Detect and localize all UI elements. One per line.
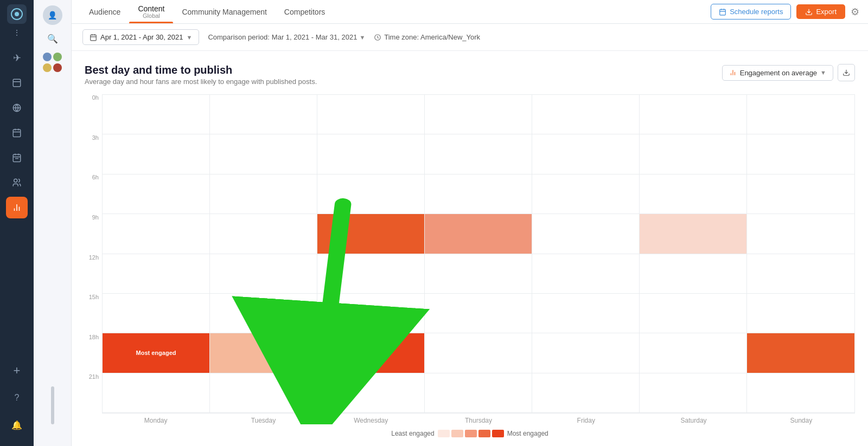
cell [640, 294, 746, 333]
comparison-period: Comparison period: Mar 1, 2021 - Mar 31,… [208, 33, 365, 41]
y-label-15h: 15h [85, 294, 102, 300]
sidebar-item-people[interactable] [6, 172, 28, 193]
nav-actions: Schedule reports Export ⚙ [711, 4, 859, 20]
y-axis-labels: 0h 3h 6h 9h 12h 15h 18h 21h [85, 94, 102, 424]
tab-content[interactable]: Content Global [129, 0, 173, 23]
y-label-0h: 0h [85, 94, 102, 101]
top-nav: Audience Content Global Community Manage… [72, 0, 868, 24]
cell [640, 254, 746, 294]
date-range-picker[interactable]: Apr 1, 2021 - Apr 30, 2021 ▼ [82, 29, 199, 45]
avatar[interactable]: 👤 [43, 5, 62, 25]
cell [317, 95, 424, 134]
sidebar-item-globe[interactable] [6, 97, 28, 119]
avatar-sm-3[interactable] [43, 63, 52, 72]
comparison-chevron-icon: ▼ [359, 34, 365, 41]
cell [103, 214, 209, 254]
col-saturday [640, 95, 747, 413]
avatar-sm-2[interactable] [53, 53, 62, 61]
cell [425, 294, 532, 333]
x-label-tuesday: Tuesday [209, 417, 317, 424]
cell-saturday-10 [640, 214, 746, 254]
tab-competitors[interactable]: Competitors [276, 0, 334, 23]
cell [210, 174, 317, 214]
sidebar: ⋮ ✈ + ? 🔔 [0, 0, 34, 446]
x-label-sunday: Sunday [748, 417, 855, 424]
cell [210, 254, 317, 294]
swatch-5 [492, 430, 504, 437]
cell [640, 174, 746, 214]
x-label-wednesday: Wednesday [317, 417, 425, 424]
metric-dropdown[interactable]: Engagement on average ▼ [722, 65, 833, 81]
svg-rect-2 [13, 130, 21, 137]
export-icon [805, 8, 813, 16]
most-engaged-label: Most engaged [136, 350, 176, 356]
cell [210, 294, 317, 333]
y-label-9h: 9h [85, 214, 102, 221]
schedule-reports-button[interactable]: Schedule reports [711, 4, 791, 20]
cell [747, 294, 854, 333]
cell-sunday-19 [747, 333, 854, 373]
x-label-monday: Monday [102, 417, 209, 424]
y-label-21h: 21h [85, 373, 102, 380]
swatch-2 [451, 430, 463, 437]
settings-icon[interactable]: ⚙ [851, 6, 859, 18]
cell [103, 174, 209, 214]
download-chart-button[interactable] [838, 64, 855, 81]
cell-monday-19: Most engaged [103, 333, 209, 373]
sidebar-item-navigation[interactable]: ✈ [6, 47, 28, 69]
cell [210, 373, 317, 413]
sidebar-item-notifications[interactable]: 🔔 [6, 414, 28, 436]
chart-subtitle: Average day and hour fans are most likel… [85, 77, 317, 86]
col-wednesday [317, 95, 425, 413]
cell [425, 134, 532, 174]
heatmap-grid: 0h 3h 6h 9h 12h 15h 18h 21h [85, 94, 855, 424]
sidebar-item-calendar2[interactable] [6, 147, 28, 169]
svg-point-4 [14, 179, 17, 182]
timezone-display: Time zone: America/New_York [374, 33, 480, 41]
cell [532, 254, 639, 294]
cell [747, 214, 854, 254]
cell [425, 254, 532, 294]
cell-wednesday-10 [317, 214, 424, 254]
tab-community-management[interactable]: Community Management [173, 0, 275, 23]
svg-rect-5 [720, 9, 726, 15]
cell-thursday-10 [425, 214, 532, 254]
main-content: Audience Content Global Community Manage… [72, 0, 868, 446]
cell [103, 254, 209, 294]
app-logo[interactable] [7, 4, 27, 24]
cell [317, 294, 424, 333]
cell [210, 134, 317, 174]
sidebar-item-help[interactable]: ? [6, 387, 28, 409]
heatmap-container: 0h 3h 6h 9h 12h 15h 18h 21h [85, 94, 855, 446]
y-label-6h: 6h [85, 174, 102, 180]
sidebar-item-add[interactable]: + [6, 360, 28, 382]
sidebar-item-analytics[interactable] [6, 197, 28, 218]
avatar-sm-1[interactable] [43, 53, 52, 61]
cell [532, 333, 639, 373]
x-label-saturday: Saturday [640, 417, 747, 424]
export-button[interactable]: Export [796, 4, 845, 19]
cell [210, 214, 317, 254]
legend-least-label: Least engaged [391, 430, 434, 437]
cell [425, 95, 532, 134]
heatmap-legend: Least engaged Most engaged [85, 424, 855, 446]
avatar-sm-4[interactable] [53, 63, 62, 72]
sidebar-item-inbox[interactable] [6, 72, 28, 94]
cell [317, 134, 424, 174]
chart-title-block: Best day and time to publish Average day… [85, 64, 317, 86]
col-tuesday [210, 95, 317, 413]
metric-chevron-icon: ▼ [820, 69, 826, 76]
cell [532, 174, 639, 214]
tab-audience[interactable]: Audience [80, 0, 129, 23]
cell-wednesday-19 [317, 333, 424, 373]
svg-rect-0 [13, 79, 21, 87]
panel-left: 👤 🔍 [34, 0, 72, 446]
cell [210, 95, 317, 134]
cell [747, 254, 854, 294]
col-sunday [747, 95, 854, 413]
cell [317, 174, 424, 214]
sidebar-item-calendar[interactable] [6, 122, 28, 144]
cell [317, 373, 424, 413]
search-icon[interactable]: 🔍 [47, 34, 58, 44]
sidebar-menu-dots[interactable]: ⋮ [13, 28, 21, 37]
